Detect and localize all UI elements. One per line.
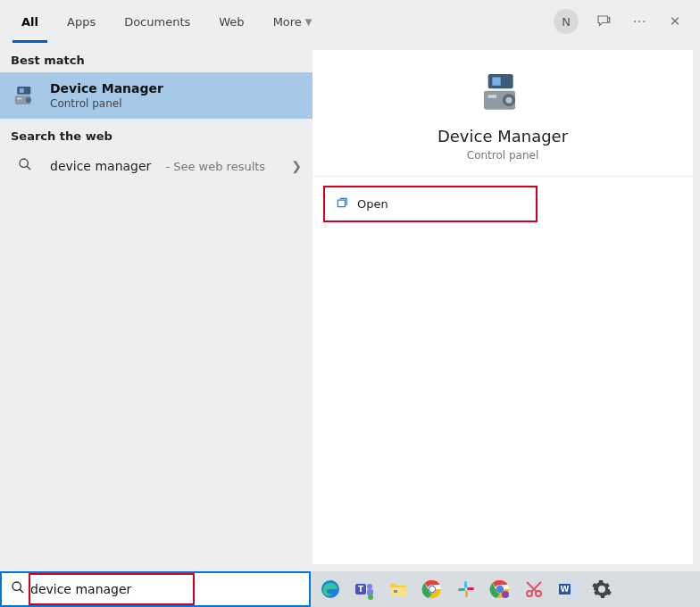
device-manager-icon [11,81,39,110]
detail-column: Device Manager Control panel Open [312,43,700,571]
open-button[interactable]: Open [323,186,538,222]
taskbar-word-icon[interactable]: W [554,575,582,603]
search-header: All Apps Documents Web More ▼ N ⋯ ✕ [0,0,700,43]
svg-text:W: W [561,585,570,594]
svg-line-6 [27,166,30,170]
svg-point-19 [367,584,372,589]
taskbar-teams-icon[interactable]: T [350,575,379,603]
svg-rect-8 [492,78,500,86]
svg-rect-29 [465,590,468,597]
result-device-manager[interactable]: Device Manager Control panel [0,72,312,119]
search-box[interactable] [0,571,311,607]
svg-point-14 [12,582,21,590]
tab-apps[interactable]: Apps [53,0,110,43]
best-match-heading: Best match [0,43,312,72]
search-input[interactable] [30,573,302,605]
svg-point-21 [368,595,373,600]
taskbar-slack-icon[interactable] [452,575,480,603]
svg-point-32 [496,586,504,593]
detail-header: Device Manager Control panel [312,50,693,177]
svg-rect-4 [17,98,21,100]
header-controls: N ⋯ ✕ [554,9,693,34]
taskbar-settings-icon[interactable] [588,575,616,603]
device-manager-icon [478,68,528,118]
tab-more[interactable]: More ▼ [259,0,327,43]
tab-more-label: More [273,15,302,29]
taskbar-edge-icon[interactable] [316,575,345,603]
svg-point-5 [20,159,28,167]
tab-all[interactable]: All [7,0,53,43]
open-label: Open [357,197,388,211]
svg-rect-30 [467,587,474,590]
detail-subtitle: Control panel [467,149,538,162]
search-web-heading: Search the web [0,119,312,148]
result-text: Device Manager Control panel [50,81,163,110]
svg-rect-12 [488,95,496,97]
taskbar-file-explorer-icon[interactable] [384,575,412,603]
svg-text:T: T [358,585,364,594]
web-result-row[interactable]: device manager - See web results ❯ [0,148,312,184]
svg-rect-22 [390,587,406,595]
search-icon [11,157,39,175]
svg-point-26 [429,586,435,592]
detail-card: Device Manager Control panel Open [312,50,693,564]
svg-point-3 [26,97,31,103]
svg-point-33 [502,591,509,598]
result-subtitle: Control panel [50,97,163,110]
svg-rect-13 [338,200,345,207]
svg-rect-20 [367,589,373,595]
close-icon[interactable]: ✕ [664,11,686,32]
svg-point-11 [506,97,512,104]
open-icon [336,196,348,212]
detail-title: Device Manager [438,127,568,146]
svg-rect-1 [20,88,24,93]
tab-documents[interactable]: Documents [110,0,204,43]
taskbar-snip-icon[interactable] [520,575,548,603]
taskbar-chrome-alt-icon[interactable] [486,575,514,603]
taskbar: T W [311,571,700,607]
svg-rect-7 [488,74,513,88]
chevron-down-icon: ▼ [305,17,312,27]
feedback-icon[interactable] [593,11,614,32]
taskbar-chrome-icon[interactable] [418,575,446,603]
search-icon [11,580,25,598]
detail-actions: Open [312,177,693,231]
svg-rect-27 [464,581,467,588]
more-icon[interactable]: ⋯ [629,11,650,32]
filter-tabs: All Apps Documents Web More ▼ [7,0,327,43]
user-avatar[interactable]: N [554,9,579,34]
chevron-right-icon: ❯ [291,159,302,173]
result-title: Device Manager [50,81,163,96]
svg-rect-23 [394,590,397,593]
results-column: Best match Device Manager Control panel … [0,43,312,571]
svg-rect-28 [458,588,465,591]
web-query-text: device manager [50,159,151,173]
tab-web[interactable]: Web [204,0,258,43]
svg-line-15 [20,589,23,593]
web-suffix-text: - See web results [165,160,265,173]
